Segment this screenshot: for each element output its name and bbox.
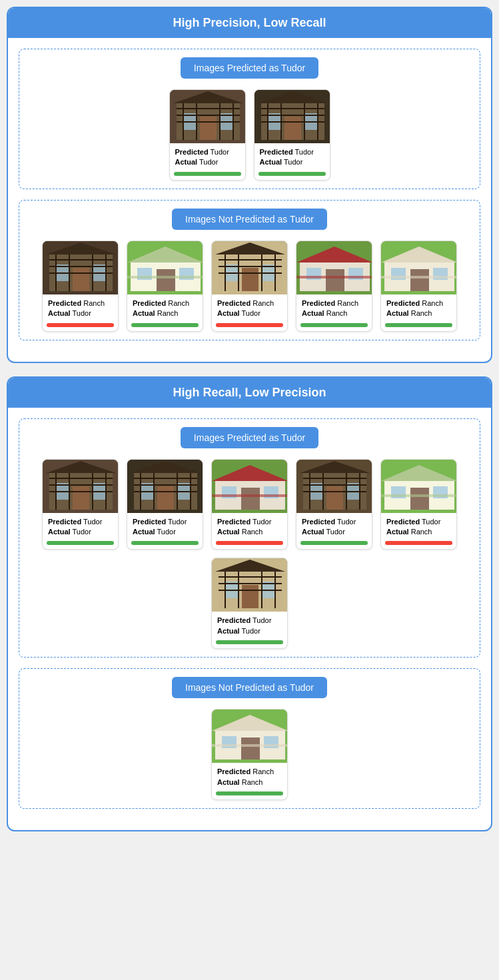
accuracy-bar: [216, 323, 283, 327]
svg-rect-46: [127, 276, 203, 278]
actual-label: Actual Ranch: [133, 308, 197, 318]
image-grid: Predicted Ranch Actual Ranch: [27, 709, 472, 800]
image-card: Predicted Tudor Actual Tudor: [127, 459, 203, 550]
image-card: Predicted Tudor Actual Tudor: [254, 89, 330, 181]
predicted-label: Predicted Ranch: [133, 298, 197, 308]
card-label: Predicted Tudor Actual Tudor: [296, 513, 372, 539]
predicted-label: Predicted Tudor: [133, 517, 197, 527]
subsection: Images Predicted as Tudor Predicted Tudo…: [19, 418, 480, 658]
house-image: [212, 558, 288, 612]
image-grid: Predicted Ranch Actual Tudor Predicted R…: [27, 241, 472, 332]
svg-rect-74: [410, 269, 429, 291]
image-card: Predicted Ranch Actual Ranch: [380, 241, 457, 332]
image-card: Predicted Tudor Actual Tudor: [296, 459, 372, 550]
actual-label: Actual Tudor: [133, 527, 197, 537]
accuracy-bar: [300, 541, 368, 545]
actual-label: Actual Ranch: [302, 308, 366, 318]
image-card: Predicted Tudor Actual Tudor: [169, 89, 246, 181]
svg-rect-31: [73, 268, 89, 291]
accuracy-bar: [174, 172, 241, 176]
image-card: Predicted Ranch Actual Ranch: [296, 241, 372, 332]
card-label: Predicted Tudor Actual Ranch: [212, 513, 287, 539]
image-grid: Predicted Tudor Actual Tudor Predicted T…: [27, 459, 472, 650]
section-card: High Precision, Low Recall Images Predic…: [7, 7, 492, 363]
predicted-label: Predicted Ranch: [386, 298, 451, 308]
subsection-header: Images Not Predicted as Tudor: [172, 677, 327, 698]
accuracy-bar: [131, 323, 199, 327]
image-card: Predicted Ranch Actual Ranch: [211, 709, 288, 800]
svg-rect-66: [326, 269, 344, 291]
image-card: Predicted Tudor Actual Ranch: [380, 459, 457, 550]
actual-label: Actual Ranch: [386, 527, 451, 537]
section-body: Images Predicted as Tudor Predicted Tudo…: [8, 408, 491, 830]
svg-rect-150: [241, 737, 260, 759]
subsection-header: Images Predicted as Tudor: [181, 427, 318, 448]
predicted-label: Predicted Ranch: [217, 767, 282, 777]
svg-rect-108: [241, 488, 260, 510]
svg-rect-67: [296, 276, 372, 278]
house-image: [127, 241, 203, 294]
predicted-label: Predicted Ranch: [302, 298, 366, 308]
image-card: Predicted Tudor Actual Tudor: [42, 459, 119, 550]
svg-rect-130: [381, 494, 457, 497]
card-label: Predicted Tudor Actual Ranch: [381, 513, 456, 539]
card-label: Predicted Ranch Actual Ranch: [381, 294, 456, 320]
house-image: [296, 460, 372, 513]
svg-rect-115: [326, 486, 343, 510]
card-label: Predicted Ranch Actual Ranch: [127, 294, 203, 320]
predicted-label: Predicted Tudor: [386, 517, 451, 527]
accuracy-bar: [216, 541, 283, 545]
house-image: [43, 241, 119, 294]
actual-label: Actual Tudor: [48, 308, 113, 318]
actual-label: Actual Ranch: [217, 527, 282, 537]
house-image: [43, 460, 119, 513]
card-label: Predicted Ranch Actual Tudor: [212, 294, 287, 320]
actual-label: Actual Tudor: [217, 308, 282, 318]
house-image: [127, 460, 203, 513]
accuracy-bar: [385, 323, 452, 327]
predicted-label: Predicted Tudor: [217, 616, 282, 626]
accuracy-bar: [385, 541, 452, 545]
house-image: [170, 90, 246, 143]
accuracy-bar: [131, 541, 199, 545]
card-label: Predicted Ranch Actual Ranch: [212, 763, 287, 789]
accuracy-bar: [216, 791, 283, 795]
house-image: [254, 90, 330, 143]
svg-rect-129: [410, 488, 429, 510]
subsection: Images Not Predicted as Tudor Predicted …: [19, 200, 480, 340]
svg-rect-81: [73, 486, 89, 510]
house-image: [381, 460, 457, 513]
section-header: High Precision, Low Recall: [8, 8, 491, 38]
predicted-label: Predicted Tudor: [260, 147, 324, 157]
actual-label: Actual Ranch: [386, 308, 451, 318]
subsection: Images Not Predicted as Tudor Predicted …: [19, 668, 480, 809]
image-card: Predicted Tudor Actual Tudor: [211, 558, 288, 649]
image-card: Predicted Tudor Actual Ranch: [211, 459, 288, 550]
house-image: [381, 241, 457, 294]
svg-rect-5: [200, 117, 217, 140]
svg-rect-109: [212, 494, 288, 497]
svg-rect-18: [284, 117, 301, 140]
predicted-label: Predicted Tudor: [217, 517, 282, 527]
actual-label: Actual Tudor: [48, 527, 113, 537]
card-label: Predicted Tudor Actual Tudor: [212, 612, 287, 638]
card-label: Predicted Ranch Actual Tudor: [43, 294, 118, 320]
accuracy-bar: [300, 323, 368, 327]
predicted-label: Predicted Ranch: [217, 298, 282, 308]
subsection-header: Images Predicted as Tudor: [181, 57, 318, 79]
accuracy-bar: [47, 323, 114, 327]
svg-rect-136: [242, 585, 258, 608]
subsection-header: Images Not Predicted as Tudor: [172, 209, 327, 230]
card-label: Predicted Tudor Actual Tudor: [43, 513, 118, 539]
card-label: Predicted Tudor Actual Tudor: [170, 143, 245, 169]
actual-label: Actual Tudor: [217, 626, 282, 636]
image-card: Predicted Ranch Actual Tudor: [211, 241, 288, 332]
actual-label: Actual Tudor: [302, 527, 366, 537]
card-label: Predicted Ranch Actual Ranch: [296, 294, 372, 320]
accuracy-bar: [258, 172, 326, 176]
actual-label: Actual Tudor: [260, 157, 324, 167]
subsection: Images Predicted as Tudor Predicted Tudo…: [19, 49, 480, 189]
house-image: [212, 710, 288, 763]
section-body: Images Predicted as Tudor Predicted Tudo…: [8, 38, 491, 362]
svg-rect-52: [242, 268, 258, 291]
